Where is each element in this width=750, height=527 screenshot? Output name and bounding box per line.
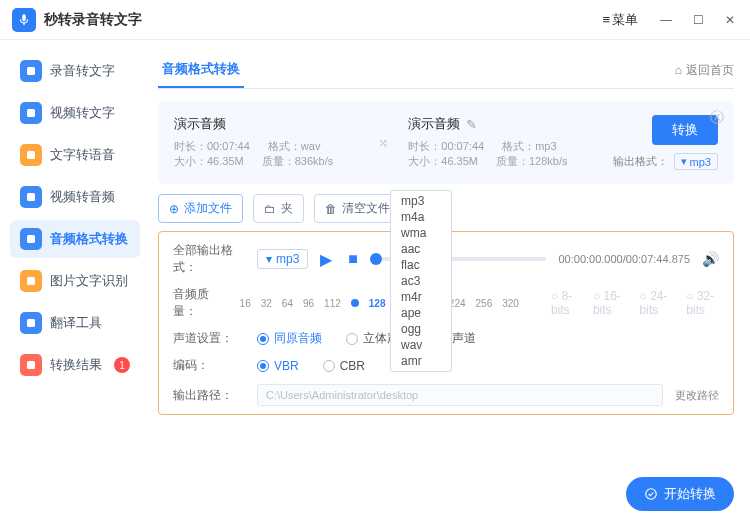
quality-step-32[interactable]: 32 [261,298,272,309]
sidebar-item-label: 视频转音频 [50,188,115,206]
add-file-button[interactable]: ⊕ 添加文件 [158,194,243,223]
all-output-format-select[interactable]: ▾mp3 [257,249,308,269]
bits-option[interactable]: ○ 16-bits [593,289,626,317]
quality-step-256[interactable]: 256 [476,298,493,309]
quality-step-128[interactable]: 128 [369,298,386,309]
sidebar-item-7[interactable]: 转换结果1 [10,346,140,384]
volume-icon[interactable]: 🔊 [702,251,719,267]
file-card: ⓧ 演示音频 时长：00:07:44 格式：wav 大小：46.35M 质量：8… [158,101,734,184]
svg-rect-2 [27,151,35,159]
sidebar-item-3[interactable]: 视频转音频 [10,178,140,216]
menu-button[interactable]: ≡菜单 [594,7,646,33]
format-option-mp3[interactable]: mp3 [391,193,451,209]
stop-button[interactable]: ■ [348,250,358,268]
convert-button[interactable]: 转换 [652,115,718,145]
channel-radio-0[interactable]: 同原音频 [257,330,322,347]
add-folder-button[interactable]: 🗀 夹 [253,194,304,223]
sidebar-icon [20,144,42,166]
output-format-label: 输出格式： [613,154,668,169]
time-display: 00:00:00.000/00:07:44.875 [558,253,690,265]
sidebar-icon [20,270,42,292]
close-button[interactable]: ✕ [722,12,738,28]
sidebar-icon [20,228,42,250]
remove-file-button[interactable]: ⓧ [710,109,724,127]
format-option-ac3[interactable]: ac3 [391,273,451,289]
sidebar-item-label: 翻译工具 [50,314,102,332]
return-home-link[interactable]: ⌂ 返回首页 [675,62,734,79]
sidebar-icon [20,102,42,124]
svg-rect-6 [27,319,35,327]
format-dropdown[interactable]: mp3m4awmaaacflacac3m4rapeoggwavamr [390,190,452,372]
sidebar-icon [20,186,42,208]
svg-rect-0 [27,67,35,75]
sidebar-item-1[interactable]: 视频转文字 [10,94,140,132]
output-path-input[interactable] [257,384,663,406]
svg-point-8 [646,489,657,500]
maximize-button[interactable]: ☐ [690,12,706,28]
format-option-m4r[interactable]: m4r [391,289,451,305]
output-path-label: 输出路径： [173,387,245,404]
play-button[interactable]: ▶ [320,250,332,269]
format-option-aac[interactable]: aac [391,241,451,257]
output-format-select[interactable]: ▾mp3 [674,153,718,170]
app-title: 秒转录音转文字 [44,11,594,29]
svg-rect-4 [27,235,35,243]
format-option-m4a[interactable]: m4a [391,209,451,225]
source-file-name: 演示音频 [174,115,358,133]
sidebar-item-2[interactable]: 文字转语音 [10,136,140,174]
sidebar-item-label: 音频格式转换 [50,230,128,248]
quality-scale[interactable]: 16326496112128160192224256320 [240,298,519,309]
sidebar-icon [20,312,42,334]
target-file-name: 演示音频 [408,115,460,133]
folder-icon: 🗀 [264,202,276,216]
quality-step-320[interactable]: 320 [502,298,519,309]
sidebar-icon [20,354,42,376]
quality-step-64[interactable]: 64 [282,298,293,309]
sidebar-item-5[interactable]: 图片文字识别 [10,262,140,300]
encode-radio-0[interactable]: VBR [257,359,299,373]
sidebar-item-0[interactable]: 录音转文字 [10,52,140,90]
all-output-format-label: 全部输出格式： [173,242,245,276]
svg-rect-5 [27,277,35,285]
format-option-wma[interactable]: wma [391,225,451,241]
tab-audio-format-convert[interactable]: 音频格式转换 [158,52,244,88]
format-option-ogg[interactable]: ogg [391,321,451,337]
quality-step-96[interactable]: 96 [303,298,314,309]
format-option-wav[interactable]: wav [391,337,451,353]
svg-rect-1 [27,109,35,117]
sidebar-item-6[interactable]: 翻译工具 [10,304,140,342]
sidebar-icon [20,60,42,82]
trash-icon: 🗑 [325,202,337,216]
sidebar-item-label: 视频转文字 [50,104,115,122]
bits-option[interactable]: ○ 32-bits [686,289,719,317]
encode-label: 编码： [173,357,245,374]
quality-label: 音频质量： [173,286,228,320]
format-option-ape[interactable]: ape [391,305,451,321]
minimize-button[interactable]: — [658,12,674,28]
sidebar-item-4[interactable]: 音频格式转换 [10,220,140,258]
encode-radio-1[interactable]: CBR [323,359,365,373]
sidebar-item-label: 图片文字识别 [50,272,128,290]
quality-step-16[interactable]: 16 [240,298,251,309]
format-option-flac[interactable]: flac [391,257,451,273]
sidebar: 录音转文字视频转文字文字转语音视频转音频音频格式转换图片文字识别翻译工具转换结果… [0,40,150,527]
home-icon: ⌂ [675,63,682,77]
edit-name-icon[interactable]: ✎ [466,117,477,132]
sidebar-item-label: 录音转文字 [50,62,115,80]
clear-files-button[interactable]: 🗑 清空文件 [314,194,401,223]
sidebar-item-label: 文字转语音 [50,146,115,164]
change-path-button[interactable]: 更改路径 [675,388,719,403]
channel-label: 声道设置： [173,330,245,347]
bits-option[interactable]: ○ 24-bits [640,289,673,317]
result-badge: 1 [114,357,130,373]
format-option-amr[interactable]: amr [391,353,451,369]
quality-step-112[interactable]: 112 [324,298,341,309]
sidebar-item-label: 转换结果 [50,356,102,374]
bits-option[interactable]: ○ 8-bits [551,289,579,317]
svg-rect-7 [27,361,35,369]
svg-rect-3 [27,193,35,201]
plus-icon: ⊕ [169,202,179,216]
app-logo [12,8,36,32]
start-convert-button[interactable]: 开始转换 [626,477,734,511]
swap-icon[interactable]: ⤭ [378,136,388,150]
